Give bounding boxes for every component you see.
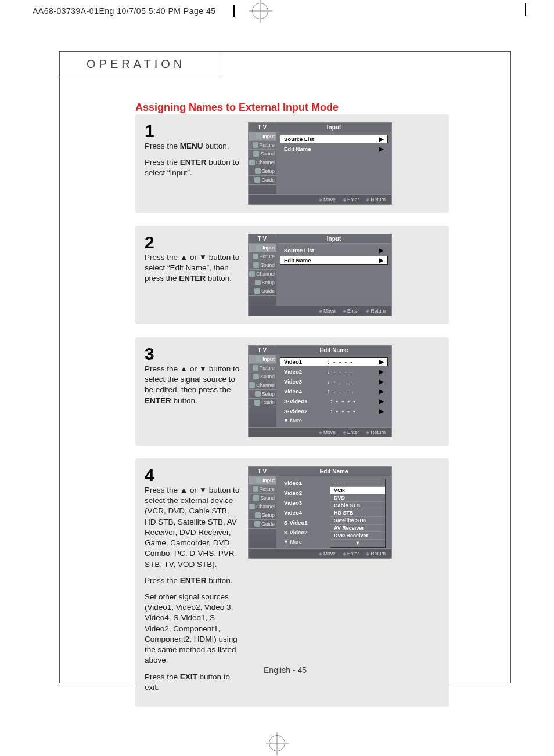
osd-tab-channel: Channel [249, 270, 276, 278]
registration-mark-top [252, 3, 268, 19]
osd-tab-icon [254, 177, 260, 183]
osd-tab-label: Sound [260, 151, 275, 157]
osd-tab-setup: Setup [249, 167, 276, 176]
osd-more-indicator: ▼ More [280, 417, 388, 425]
print-header: AA68-03739A-01Eng 10/7/05 5:40 PM Page 4… [0, 3, 554, 19]
caret-right-icon: ▶ [379, 378, 384, 385]
osd-tab-label: Channel [256, 382, 275, 388]
step-paragraph: Press the ▲ or ▼ button to select the ex… [145, 485, 240, 570]
osd-row-label: Edit Name [284, 257, 311, 263]
caret-right-icon: ▶ [379, 368, 384, 375]
osd-tab-sound: Sound [249, 261, 276, 270]
osd-popup-item: - - - - [330, 479, 385, 487]
osd-tab-channel: Channel [249, 502, 276, 511]
osd-row: Video4: - - - -▶ [280, 387, 388, 396]
osd-tv-label: T V [248, 345, 276, 355]
step-paragraph: Press the ▲ or ▼ button to select “Edit … [145, 252, 240, 284]
osd-tab-label: Channel [256, 160, 275, 165]
osd-popup-item: DVD [330, 494, 385, 502]
step-paragraph: Set other signal sources (Video1, Video2… [145, 592, 240, 666]
osd-row-label: S-Video1 [284, 398, 307, 404]
osd-tab-label: Picture [260, 142, 275, 148]
osd-tv-label: T V [248, 122, 276, 132]
osd-tab-icon [253, 151, 259, 157]
osd-main-panel: Video1: - - - -▶Video2: - - - -▶Video3: … [276, 355, 391, 427]
osd-popup-item: DVD Receiver [330, 532, 385, 540]
osd-footer-hint: Move [319, 429, 336, 435]
osd-row-label: S-Video1 [284, 519, 307, 526]
registration-mark-bottom [269, 735, 285, 751]
step-block: 3Press the ▲ or ▼ button to select the s… [135, 337, 449, 446]
osd-tab-icon [254, 288, 260, 294]
osd-row: Video3: - - - -▶ [280, 377, 388, 386]
osd-screenshot: T VEdit NameInputPictureSoundChannelSetu… [248, 466, 392, 699]
osd-tab-label: Sound [260, 262, 275, 268]
osd-tab-label: Sound [260, 495, 275, 501]
osd-row-label: Source List [284, 136, 314, 142]
osd-footer-hint: Return [366, 429, 386, 435]
step-paragraph: Press the ENTER button to select “Input”… [145, 157, 240, 178]
osd-tab-picture: Picture [249, 364, 276, 372]
osd-tab-icon [253, 365, 258, 371]
osd-tab-icon [249, 382, 255, 388]
osd-main-panel: Video1:Video2:Video3:Video4:S-Video1:S-V… [276, 476, 391, 548]
caret-right-icon: ▶ [379, 398, 384, 404]
osd-tab-icon [253, 374, 259, 379]
osd-tab-label: Channel [256, 504, 275, 509]
chevron-down-icon: ▼ [330, 540, 385, 547]
osd-row: Video1: - - - -▶ [280, 357, 388, 366]
osd-sidebar: InputPictureSoundChannelSetupGuide [249, 132, 276, 194]
caret-right-icon: ▶ [379, 388, 384, 395]
osd-tab-guide: Guide [249, 287, 276, 296]
osd-title: Input [276, 234, 392, 244]
caret-right-icon: ▶ [379, 257, 384, 263]
osd-row-label: Video4 [284, 388, 302, 395]
osd-row-label: Video4 [284, 509, 302, 516]
osd-popup-item: Satellite STB [330, 517, 385, 525]
osd-tab-label: Input [262, 133, 275, 139]
osd-tab-picture: Picture [249, 252, 276, 261]
section-title: Assigning Names to External Input Mode [135, 102, 339, 114]
osd-tab-label: Setup [262, 168, 275, 174]
osd-tab-label: Input [262, 245, 275, 251]
osd-row-value: : - - - - [307, 408, 379, 414]
osd-tab-label: Setup [262, 280, 275, 285]
osd-row-label: Video1 [284, 480, 302, 486]
osd-tab-icon [256, 133, 261, 139]
osd-row-label: Edit Name [284, 146, 311, 152]
osd-tab-icon [249, 504, 255, 509]
osd-title: Edit Name [276, 345, 392, 355]
step-text: 3Press the ▲ or ▼ button to select the s… [145, 345, 240, 437]
caret-right-icon: ▶ [379, 408, 384, 414]
osd-tab-sound: Sound [249, 150, 276, 158]
osd-popup-item: AV Receiver [330, 525, 385, 532]
step-number: 4 [145, 466, 240, 484]
osd-tab-picture: Picture [249, 141, 276, 150]
step-text: 4Press the ▲ or ▼ button to select the e… [145, 466, 240, 699]
osd-tab-setup: Setup [249, 278, 276, 287]
osd-row-value: : - - - - [302, 378, 379, 385]
osd-sidebar: InputPictureSoundChannelSetupGuide [249, 244, 276, 306]
osd-footer-hint: Enter [343, 308, 359, 314]
osd-footer-hints: MoveEnterReturn [248, 549, 392, 559]
osd-title: Input [276, 122, 392, 132]
osd-main-panel: Source List▶Edit Name▶ [276, 244, 391, 306]
osd-row: Video2: - - - -▶ [280, 367, 388, 376]
step-text: 2Press the ▲ or ▼ button to select “Edit… [145, 234, 240, 316]
osd-tab-input: Input [249, 132, 276, 141]
step-number: 3 [145, 345, 240, 363]
osd-footer-hints: MoveEnterReturn [248, 306, 392, 316]
osd-screenshot: T VInputInputPictureSoundChannelSetupGui… [248, 234, 392, 316]
osd-tab-label: Guide [261, 177, 275, 183]
osd-footer-hint: Move [319, 308, 336, 314]
osd-tab-label: Picture [260, 254, 275, 259]
step-paragraph: Press the ▲ or ▼ button to select the si… [145, 364, 240, 406]
osd-tab-picture: Picture [249, 485, 276, 494]
osd-tab-label: Picture [260, 486, 275, 492]
osd-tab-input: Input [249, 244, 276, 252]
step-block: 2Press the ▲ or ▼ button to select “Edit… [135, 226, 449, 324]
osd-tab-label: Sound [260, 374, 275, 379]
osd-tab-label: Setup [262, 391, 275, 397]
osd-main-panel: Source List▶Edit Name▶ [276, 132, 391, 194]
osd-tab-channel: Channel [249, 381, 276, 390]
